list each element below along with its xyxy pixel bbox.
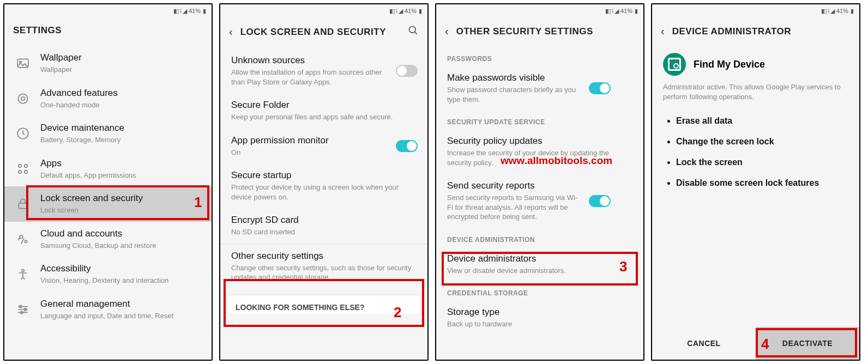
section-update: SECURITY UPDATE SERVICE: [436, 111, 643, 129]
admin-permissions-list: Erase all data Change the screen lock Lo…: [652, 106, 859, 204]
item-sub: Show password characters briefly as you …: [447, 85, 580, 104]
item-make-passwords-visible[interactable]: Make passwords visibleShow password char…: [436, 66, 643, 111]
header: ‹ OTHER SECURITY SETTINGS: [436, 17, 643, 47]
back-icon[interactable]: ‹: [229, 26, 233, 38]
toggle-app-permission[interactable]: [396, 140, 418, 152]
page-title: LOCK SCREEN AND SECURITY: [240, 27, 386, 38]
item-title: Send security reports: [447, 180, 580, 191]
cancel-button[interactable]: CANCEL: [652, 327, 756, 360]
maintenance-icon: [14, 125, 32, 142]
item-maintenance[interactable]: Device maintenanceBattery, Storage, Memo…: [4, 116, 212, 151]
permission-item: Lock the screen: [676, 157, 845, 167]
item-accessibility[interactable]: AccessibilityVision, Hearing, Dexterity …: [4, 257, 212, 292]
item-title: Device maintenance: [40, 123, 202, 134]
svg-point-2: [18, 94, 27, 103]
section-admin: DEVICE ADMINISTRATION: [436, 228, 643, 247]
find-my-device-icon: [663, 53, 686, 76]
looking-for-card[interactable]: LOOKING FOR SOMETHING ELSE?: [228, 295, 420, 314]
status-bar: ▮▯ ⁞ ◢ 41% ▮: [220, 4, 427, 17]
item-title: Wallpaper: [40, 52, 202, 63]
item-title: Security policy updates: [447, 136, 611, 147]
apps-icon: [14, 160, 32, 178]
wallpaper-icon: [14, 54, 32, 72]
svg-point-5: [19, 165, 21, 167]
svg-point-11: [25, 240, 27, 242]
toggle-unknown-sources[interactable]: [396, 65, 418, 77]
item-title: Secure Folder: [231, 100, 418, 111]
item-storage-type[interactable]: Storage typeBack up to hardware: [436, 300, 643, 336]
item-lock-security[interactable]: Lock screen and securityLock screen: [4, 186, 212, 222]
svg-point-7: [19, 171, 21, 173]
cloud-icon: [14, 230, 32, 248]
page-title: DEVICE ADMINISTRATOR: [672, 26, 791, 37]
item-title: Lock screen and security: [40, 193, 202, 204]
item-title: General management: [40, 299, 202, 310]
page-title: SETTINGS: [13, 25, 62, 36]
item-title: Make passwords visible: [447, 72, 580, 83]
bottom-bar: CANCEL DEACTIVATE: [652, 327, 859, 360]
signal-icon: ▮▯ ⁞ ◢: [821, 8, 834, 15]
svg-point-8: [25, 171, 27, 173]
item-device-admins[interactable]: Device administratorsView or disable dev…: [436, 247, 643, 282]
admin-app-name: Find My Device: [694, 59, 765, 70]
admin-app-header: Find My Device: [652, 47, 859, 82]
item-title: Accessibility: [40, 263, 202, 274]
svg-point-6: [25, 165, 27, 167]
item-app-permission[interactable]: App permission monitorOn: [220, 129, 427, 164]
lock-icon: [14, 195, 32, 213]
item-sub: One-handed mode: [40, 100, 202, 110]
item-sub: Change other security settings, such as …: [231, 263, 418, 282]
toggle-security-reports[interactable]: [589, 195, 611, 207]
item-title: Unknown sources: [231, 55, 387, 66]
battery-text: 41%: [836, 8, 848, 14]
item-sub: Keep your personal files and apps safe a…: [231, 112, 418, 122]
item-encrypt-sd[interactable]: Encrypt SD cardNo SD card inserted: [220, 208, 427, 244]
item-sub: On: [231, 148, 387, 157]
item-policy-updates[interactable]: Security policy updatesIncrease the secu…: [436, 129, 643, 174]
svg-point-16: [409, 27, 416, 33]
status-bar: ▮▯ ⁞ ◢ 41% ▮: [4, 4, 212, 17]
accessibility-icon: [14, 266, 32, 283]
item-sub: Lock screen: [40, 205, 202, 215]
item-other-security[interactable]: Other security settingsChange other secu…: [220, 244, 427, 289]
item-title: Device administrators: [447, 253, 611, 264]
toggle-passwords-visible[interactable]: [589, 82, 611, 94]
item-wallpaper[interactable]: WallpaperWallpaper: [4, 46, 212, 81]
watermark-text: www.allmobitools.com: [501, 155, 612, 167]
back-icon[interactable]: ‹: [661, 25, 665, 38]
battery-icon: ▮: [419, 8, 422, 15]
svg-point-3: [21, 97, 25, 101]
status-bar: ▮▯ ⁞ ◢ 41% ▮: [652, 4, 859, 17]
page-title: OTHER SECURITY SETTINGS: [456, 26, 593, 37]
battery-icon: ▮: [635, 8, 638, 15]
item-sub: Allow the installation of apps from sour…: [231, 68, 387, 87]
signal-icon: ▮▯ ⁞ ◢: [389, 8, 402, 15]
permission-item: Disable some screen lock features: [676, 178, 845, 188]
back-icon[interactable]: ‹: [445, 25, 449, 38]
permission-item: Change the screen lock: [676, 137, 845, 147]
item-cloud[interactable]: Cloud and accountsSamsung Cloud, Backup …: [4, 222, 212, 257]
item-sub: Vision, Hearing, Dexterity and interacti…: [40, 276, 202, 286]
svg-point-12: [22, 269, 24, 271]
item-secure-folder[interactable]: Secure FolderKeep your personal files an…: [220, 93, 427, 129]
item-sub: Default apps, App permissions: [40, 171, 202, 180]
item-title: Other security settings: [231, 251, 418, 262]
item-unknown-sources[interactable]: Unknown sourcesAllow the installation of…: [220, 48, 427, 93]
item-title: App permission monitor: [231, 135, 387, 146]
deactivate-button[interactable]: DEACTIVATE: [756, 327, 859, 360]
item-advanced[interactable]: Advanced featuresOne-handed mode: [4, 81, 212, 117]
battery-text: 41%: [189, 8, 201, 14]
status-bar: ▮▯ ⁞ ◢ 41% ▮: [436, 4, 643, 17]
item-security-reports[interactable]: Send security reportsSend security repor…: [436, 174, 643, 228]
svg-rect-9: [19, 203, 27, 209]
section-passwords: PASSWORDS: [436, 47, 643, 66]
item-general[interactable]: General managementLanguage and input, Da…: [4, 292, 212, 327]
item-secure-startup[interactable]: Secure startupProtect your device by usi…: [220, 163, 427, 208]
section-cred: CREDENTIAL STORAGE: [436, 282, 643, 300]
header: SETTINGS: [4, 17, 212, 46]
item-sub: View or disable device administrators.: [447, 266, 611, 276]
panel-settings: ▮▯ ⁞ ◢ 41% ▮ SETTINGS WallpaperWallpaper…: [3, 3, 213, 361]
search-icon[interactable]: [408, 25, 419, 39]
header: ‹ LOCK SCREEN AND SECURITY: [220, 17, 427, 48]
item-apps[interactable]: AppsDefault apps, App permissions: [4, 151, 212, 187]
